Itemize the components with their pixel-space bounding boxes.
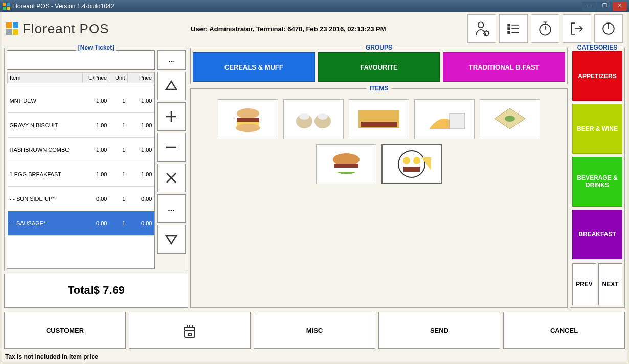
status-line: User: Administrator, Terminal: 6470, Feb… [109,25,467,33]
svg-rect-28 [361,122,397,127]
category-next-button[interactable]: NEXT [598,263,622,305]
svg-point-19 [237,108,259,119]
svg-rect-3 [508,28,510,30]
ticket-panel: [New Ticket] ... Item U/Price Unit [4,48,188,271]
app-header: Floreant POS User: Administrator, Termin… [2,12,627,46]
ticket-row[interactable]: HASHBROWN COMBO1.0011.00 [8,138,154,162]
cart-button[interactable] [129,312,251,349]
items-legend: ITEMS [367,85,392,92]
ticket-row[interactable]: - - SAUSAGE*0.0010.00 [8,211,154,236]
cancel-button[interactable]: CANCEL [503,312,625,349]
ticket-more-button[interactable]: ... [157,50,186,70]
power-button[interactable] [594,14,623,43]
total-display: Total$ 7.69 [4,274,188,308]
delete-item-button[interactable] [157,164,186,192]
scroll-down-button[interactable] [157,225,186,254]
ticket-grid[interactable]: Item U/Price Unit Price MNT DEW1.0011.00… [7,72,155,269]
col-price: Price [127,73,154,83]
ticket-row[interactable]: GRAVY N BISCUIT1.0011.00 [8,113,154,138]
svg-point-34 [398,151,425,177]
status-bar: Tax is not included in item price [2,351,627,362]
category-button[interactable]: BEER & WINE [572,104,622,153]
svg-rect-4 [508,31,510,33]
svg-point-22 [236,124,260,132]
brand-name: Floreant POS [23,21,109,37]
list-button[interactable] [499,14,528,43]
title-bar: Floreant POS - Version 1.4-build1042 — ❐… [0,0,629,12]
ticket-item-more-button[interactable]: ... [157,194,186,223]
svg-rect-29 [450,113,465,129]
svg-point-35 [403,157,410,164]
scroll-up-button[interactable] [157,72,186,100]
window-title: Floreant POS - Version 1.4-build1042 [12,3,581,10]
item-7[interactable] [381,144,442,184]
svg-rect-43 [188,333,191,335]
col-unit: Unit [109,73,128,83]
app-icon [2,2,10,10]
misc-button[interactable]: MISC [254,312,375,349]
qty-minus-button[interactable] [157,133,186,162]
item-5[interactable] [480,99,540,139]
send-button[interactable]: SEND [378,312,500,349]
categories-legend: CATEGORIES [574,44,620,51]
window-minimize-button[interactable]: — [582,2,596,11]
svg-point-36 [413,157,420,164]
svg-rect-33 [334,164,358,168]
categories-panel: CATEGORIES APPETIZERSBEER & WINEBEVERAGE… [570,48,625,308]
logout-button[interactable] [563,14,591,43]
qty-plus-button[interactable] [157,102,186,131]
logo-icon [6,22,18,35]
customer-button[interactable]: CUSTOMER [4,312,126,349]
group-button[interactable]: TRADITIONAL B.FAST [443,52,565,82]
group-button[interactable]: FAVOURITE [318,52,440,82]
category-button[interactable]: APPETIZERS [572,51,622,101]
svg-point-0 [478,22,484,28]
ticket-legend: [New Ticket] [76,44,116,51]
window-maximize-button[interactable]: ❐ [597,2,612,11]
item-2[interactable] [283,99,344,139]
window-close-button[interactable]: ✕ [613,2,627,11]
svg-point-31 [505,116,515,122]
groups-panel: GROUPS CEREALS & MUFFFAVOURITETRADITIONA… [190,48,568,84]
timer-button[interactable] [531,14,559,43]
user-settings-button[interactable] [467,14,496,43]
col-uprice: U/Price [82,73,109,83]
ticket-row[interactable]: MNT DEW1.0011.00 [8,88,154,113]
ticket-search-input[interactable] [7,50,155,70]
svg-rect-20 [237,118,259,122]
group-button[interactable]: CEREALS & MUFF [193,52,315,82]
item-4[interactable] [414,99,475,139]
item-6[interactable] [316,144,376,184]
svg-point-25 [299,113,309,120]
svg-rect-37 [403,167,420,172]
category-button[interactable]: BEVERAGE & DRINKS [572,157,622,207]
ticket-row[interactable]: - - SUN SIDE UP*0.0010.00 [8,187,154,211]
col-item: Item [8,73,83,83]
svg-point-26 [318,113,328,120]
category-button[interactable]: BREAKFAST [572,210,622,259]
item-3[interactable] [349,99,409,139]
items-panel: ITEMS [190,88,568,308]
groups-legend: GROUPS [363,44,395,51]
category-prev-button[interactable]: PREV [572,263,596,305]
ticket-row[interactable]: 1 EGG BREAKFAST1.0011.00 [8,162,154,187]
svg-rect-2 [508,24,510,26]
item-1[interactable] [218,99,278,139]
